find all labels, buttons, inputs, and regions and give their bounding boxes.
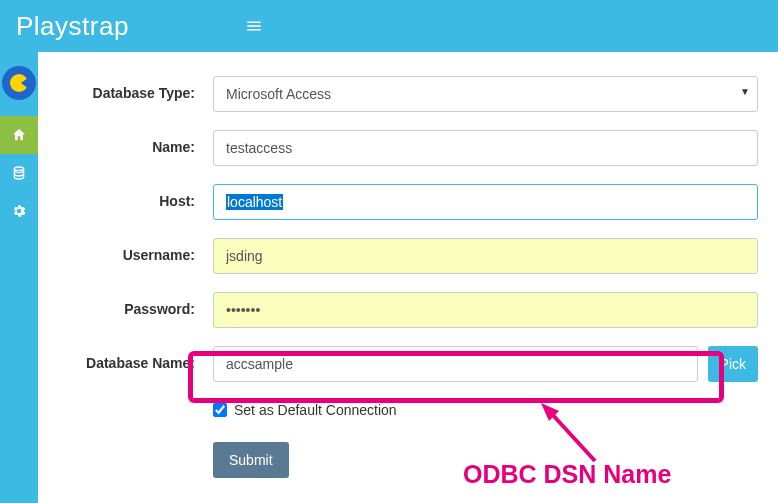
pick-button[interactable]: Pick (708, 346, 758, 382)
sidebar-item-database[interactable] (0, 154, 38, 192)
database-icon (11, 165, 27, 181)
sidebar-item-home[interactable] (0, 116, 38, 154)
host-input[interactable]: localhost (213, 184, 758, 220)
password-input[interactable] (213, 292, 758, 328)
default-connection-label: Set as Default Connection (234, 402, 397, 418)
sidebar-item-settings[interactable] (0, 192, 38, 230)
dbname-input[interactable] (213, 346, 698, 382)
avatar[interactable] (2, 66, 36, 100)
brand: Playstrap (16, 11, 216, 42)
pacman-icon (10, 74, 28, 92)
topbar: Playstrap (0, 0, 778, 52)
default-connection-checkbox[interactable] (213, 403, 227, 417)
name-label: Name: (68, 130, 213, 156)
username-input[interactable] (213, 238, 758, 274)
password-label: Password: (68, 292, 213, 318)
form-panel: Database Type: Microsoft Access Name: Ho… (48, 52, 778, 503)
dbtype-select[interactable]: Microsoft Access (213, 76, 758, 112)
dbname-label: Database Name: (68, 346, 213, 372)
submit-button[interactable]: Submit (213, 442, 289, 478)
name-input[interactable] (213, 130, 758, 166)
hamburger-icon (245, 17, 263, 35)
sidebar (0, 52, 38, 503)
host-label: Host: (68, 184, 213, 210)
main-content: Database Type: Microsoft Access Name: Ho… (38, 52, 778, 503)
username-label: Username: (68, 238, 213, 264)
gear-icon (11, 203, 27, 219)
home-icon (11, 127, 27, 143)
dbtype-label: Database Type: (68, 76, 213, 102)
menu-toggle-button[interactable] (236, 8, 272, 44)
